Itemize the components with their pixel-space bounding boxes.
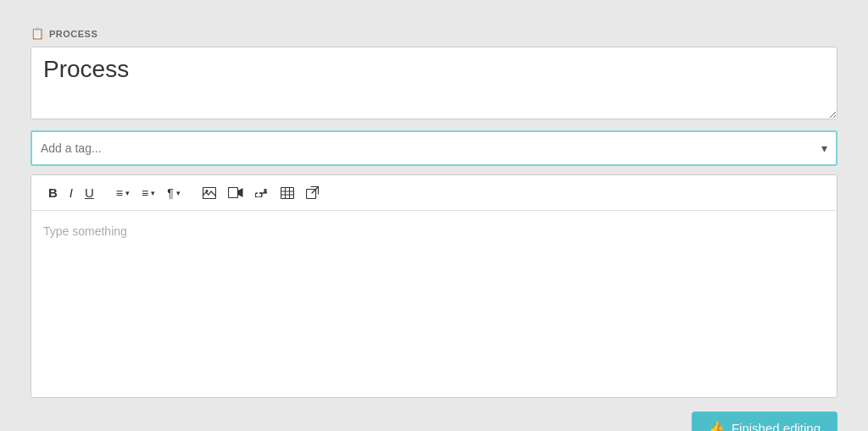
- ordered-list-button[interactable]: ≡ ▾: [111, 183, 135, 203]
- ordered-list-icon: ≡: [116, 186, 123, 200]
- clipboard-icon: 📋: [31, 27, 44, 40]
- title-input[interactable]: Process: [31, 47, 837, 119]
- unordered-list-button[interactable]: ≡ ▾: [136, 183, 160, 203]
- external-button[interactable]: [301, 183, 324, 202]
- external-icon: [306, 186, 319, 199]
- svg-rect-2: [228, 188, 237, 198]
- tag-input-wrapper: ▾: [31, 130, 837, 166]
- video-button[interactable]: [223, 184, 248, 202]
- underline-button[interactable]: U: [80, 182, 99, 203]
- editor-wrapper: B I U ≡ ▾ ≡ ▾ ¶ ▾: [31, 174, 837, 398]
- page-wrapper: 📋 PROCESS Process ▾ B I U ≡ ▾ ≡ ▾ ¶ ▾: [17, 17, 851, 431]
- italic-button[interactable]: I: [64, 182, 78, 203]
- editor-placeholder: Type something: [43, 224, 127, 238]
- link-icon: [255, 189, 269, 197]
- table-icon: [281, 187, 294, 199]
- table-button[interactable]: [275, 184, 299, 202]
- section-label: PROCESS: [49, 29, 97, 39]
- tag-input[interactable]: [41, 141, 821, 155]
- unordered-list-icon: ≡: [142, 186, 148, 200]
- ordered-list-chevron: ▾: [125, 189, 130, 197]
- bold-button[interactable]: B: [43, 182, 63, 203]
- svg-rect-3: [281, 187, 293, 198]
- paragraph-button[interactable]: ¶ ▾: [162, 183, 186, 203]
- section-header: 📋 PROCESS: [31, 27, 837, 40]
- footer: 👍 Finished editing: [31, 408, 837, 431]
- link-button[interactable]: [250, 185, 274, 201]
- image-icon: [203, 187, 216, 199]
- paragraph-chevron: ▾: [176, 189, 181, 197]
- image-button[interactable]: [198, 184, 221, 202]
- finished-editing-label: Finished editing: [732, 421, 821, 432]
- finished-editing-button[interactable]: 👍 Finished editing: [692, 412, 837, 431]
- paragraph-icon: ¶: [167, 186, 174, 200]
- toolbar: B I U ≡ ▾ ≡ ▾ ¶ ▾: [31, 175, 837, 211]
- thumbs-up-icon: 👍: [709, 420, 725, 431]
- tag-dropdown-icon[interactable]: ▾: [821, 141, 827, 155]
- unordered-list-chevron: ▾: [151, 189, 155, 197]
- video-icon: [228, 187, 243, 198]
- editor-body[interactable]: Type something: [31, 211, 837, 397]
